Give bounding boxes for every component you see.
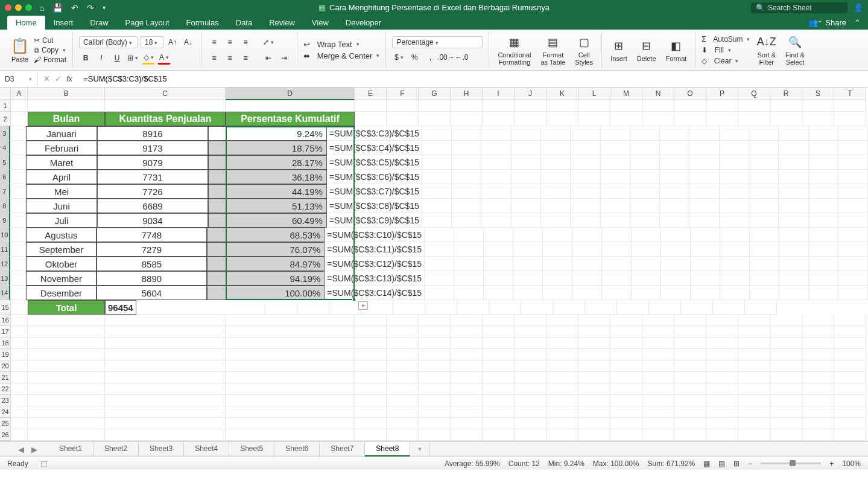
row-header-19[interactable]: 19: [0, 349, 11, 360]
cell-K6[interactable]: [571, 170, 600, 184]
cell-B25[interactable]: [28, 418, 105, 429]
cell-Q9[interactable]: [749, 213, 779, 228]
cell-I18[interactable]: [483, 338, 515, 349]
row-header-22[interactable]: 22: [0, 383, 11, 395]
cell-P10[interactable]: [720, 228, 750, 242]
collapse-ribbon-icon[interactable]: ⌃: [854, 18, 861, 27]
cell-O2[interactable]: [674, 112, 706, 126]
format-as-table-button[interactable]: ▤Format as Table: [538, 34, 568, 66]
cell-Q22[interactable]: [738, 383, 770, 395]
cell-G25[interactable]: [419, 418, 451, 429]
cell-L19[interactable]: [578, 349, 610, 360]
cell-T15[interactable]: [745, 300, 777, 315]
cell-T5[interactable]: [838, 155, 868, 170]
cell-N12[interactable]: [661, 257, 691, 271]
cell-J4[interactable]: [541, 141, 571, 155]
cell-P26[interactable]: [706, 429, 738, 441]
row-header-21[interactable]: 21: [0, 372, 11, 383]
fill-button[interactable]: ⬇ Fill: [702, 46, 750, 54]
cell-P24[interactable]: [706, 406, 738, 418]
cell-Q8[interactable]: [749, 199, 779, 213]
cell-R26[interactable]: [770, 429, 802, 441]
cell-H26[interactable]: [451, 429, 483, 441]
cell-D17[interactable]: [226, 326, 355, 338]
cell-P8[interactable]: [720, 199, 749, 213]
cell-G12[interactable]: [454, 257, 484, 271]
cell-M13[interactable]: [632, 271, 661, 286]
cell-N14[interactable]: [661, 286, 691, 300]
cell-S12[interactable]: [809, 257, 838, 271]
cell-C7[interactable]: 7726: [97, 184, 208, 199]
cell-I8[interactable]: [512, 199, 541, 213]
cell-H11[interactable]: [484, 242, 513, 257]
cell-L11[interactable]: [602, 242, 632, 257]
col-header-A[interactable]: A: [11, 88, 28, 100]
cell-P25[interactable]: [706, 418, 738, 429]
cell-Q24[interactable]: [738, 406, 770, 418]
cell-J26[interactable]: [515, 429, 546, 441]
cell-A2[interactable]: [11, 112, 28, 126]
cell-Q6[interactable]: [749, 170, 779, 184]
sheet-tab-sheet7[interactable]: Sheet7: [320, 442, 365, 456]
cell-C22[interactable]: [105, 383, 226, 395]
cell-E2[interactable]: [355, 112, 387, 126]
underline-button[interactable]: U: [110, 51, 124, 65]
cell-K12[interactable]: [572, 257, 602, 271]
cell-L21[interactable]: [578, 372, 610, 383]
row-header-20[interactable]: 20: [0, 360, 11, 372]
cell-R8[interactable]: [779, 199, 808, 213]
row-header-7[interactable]: 7: [0, 184, 10, 199]
search-sheet-box[interactable]: 🔍 Search Sheet: [751, 2, 847, 13]
cell-C21[interactable]: [105, 372, 226, 383]
cell-R3[interactable]: [779, 126, 808, 141]
cell-K15[interactable]: [457, 300, 489, 315]
cell-L26[interactable]: [578, 429, 610, 441]
cell-I2[interactable]: [483, 112, 515, 126]
cell-I20[interactable]: [483, 360, 515, 372]
bold-button[interactable]: B: [79, 51, 92, 65]
cell-N6[interactable]: [660, 170, 689, 184]
cell-C4[interactable]: 9173: [97, 141, 208, 155]
cell-P15[interactable]: [617, 300, 649, 315]
select-all-corner[interactable]: [0, 88, 11, 100]
cell-A6[interactable]: [10, 170, 26, 184]
cell-K21[interactable]: [546, 372, 578, 383]
cell-G3[interactable]: [452, 126, 481, 141]
font-size-select[interactable]: 18: [141, 36, 163, 48]
cell-L25[interactable]: [578, 418, 610, 429]
cell-A9[interactable]: [10, 213, 26, 228]
cell-F15[interactable]: [297, 300, 329, 315]
cell-T19[interactable]: [834, 349, 866, 360]
cell-G23[interactable]: [419, 395, 451, 406]
cell-C1[interactable]: [105, 100, 226, 112]
cell-J27[interactable]: [515, 441, 546, 441]
cell-E6[interactable]: =SUM($C$3:C6)/$C$15: [327, 170, 422, 184]
cell-P2[interactable]: [706, 112, 738, 126]
cell-H3[interactable]: [481, 126, 511, 141]
cell-C12[interactable]: 8585: [97, 257, 207, 271]
cell-T12[interactable]: [838, 257, 868, 271]
tab-developer[interactable]: Developer: [337, 16, 390, 30]
cell-F2[interactable]: [387, 112, 419, 126]
cell-I4[interactable]: [512, 141, 541, 155]
row-header-9[interactable]: 9: [0, 213, 10, 228]
number-format-select[interactable]: Percentage: [392, 36, 483, 48]
autosum-button[interactable]: Σ AutoSum: [702, 35, 750, 43]
cell-H12[interactable]: [484, 257, 513, 271]
cell-D5[interactable]: 28.17%: [208, 155, 327, 170]
cell-J23[interactable]: [515, 395, 546, 406]
cell-P16[interactable]: [706, 315, 738, 326]
cell-M3[interactable]: [630, 126, 660, 141]
cell-D6[interactable]: 36.18%: [208, 170, 327, 184]
col-header-I[interactable]: I: [483, 88, 515, 100]
undo-icon[interactable]: ↶: [71, 3, 78, 13]
cut-button[interactable]: ✂Cut: [34, 36, 66, 45]
cell-B5[interactable]: Maret: [26, 155, 97, 170]
cell-O14[interactable]: [691, 286, 720, 300]
row-header-5[interactable]: 5: [0, 155, 10, 170]
cell-P11[interactable]: [720, 242, 750, 257]
cell-P19[interactable]: [706, 349, 738, 360]
col-header-S[interactable]: S: [802, 88, 834, 100]
cell-A13[interactable]: [10, 271, 26, 286]
cell-K23[interactable]: [546, 395, 578, 406]
